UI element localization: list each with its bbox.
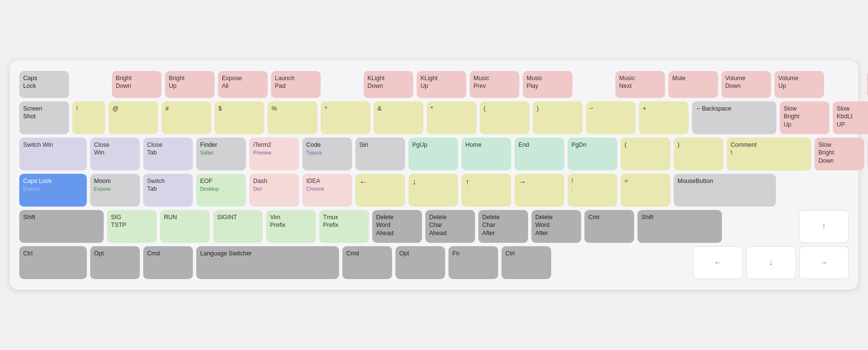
key-minus[interactable]: − xyxy=(586,101,636,134)
key-end[interactable]: End xyxy=(515,138,564,170)
key-lang-switch[interactable]: Language Switcher xyxy=(196,246,339,279)
key-excl2[interactable]: !: xyxy=(568,174,617,207)
key-slow-bright-down[interactable]: SlowBrightDown xyxy=(814,138,864,170)
key-arr-left[interactable]: ← xyxy=(693,246,743,279)
shift-row: Shift SIGTSTP RUN SIGINT VimPrefix TmuxP… xyxy=(19,210,849,243)
key-percent[interactable]: % xyxy=(268,101,317,134)
key-arrow-left[interactable]: ← xyxy=(355,174,405,207)
key-arr-down[interactable]: ↓ xyxy=(746,246,796,279)
key-caret[interactable]: ^ xyxy=(321,101,370,134)
key-music-next[interactable]: MusicNext xyxy=(615,71,665,98)
key-music-play[interactable]: MusicPlay xyxy=(523,71,572,98)
key-del-word-after[interactable]: DeleteWordAfter xyxy=(531,210,581,243)
key-volume-down[interactable]: VolumeDown xyxy=(721,71,771,98)
number-row: ScreenShot ! @ # $ % ^ & * ( ) − + ←Back… xyxy=(19,101,849,134)
key-music-prev[interactable]: MusicPrev xyxy=(470,71,519,98)
key-del-char-after[interactable]: DeleteCharAfter xyxy=(478,210,528,243)
key-star[interactable]: * xyxy=(427,101,476,134)
caps-row: Caps LockExpose MoomExpose SwitchTab EOF… xyxy=(19,174,849,207)
key-pgup[interactable]: PgUp xyxy=(408,138,458,170)
key-shift-r[interactable]: Shift xyxy=(637,210,722,243)
key-dash[interactable]: DashDict xyxy=(249,174,299,207)
key-cmd-l[interactable]: Cmd xyxy=(143,246,193,279)
key-slow-bright-up[interactable]: SlowBrightUp xyxy=(780,101,829,134)
key-dollar[interactable]: $ xyxy=(215,101,264,134)
key-pgdn[interactable]: PgDn xyxy=(568,138,617,170)
key-mousebtn[interactable]: MouseButton xyxy=(674,174,776,207)
key-close-win[interactable]: CloseWin xyxy=(90,138,140,170)
key-lparen2[interactable]: ( xyxy=(621,138,670,170)
key-eq[interactable]: = xyxy=(621,174,670,207)
key-excl[interactable]: ! xyxy=(72,101,105,134)
key-lparen[interactable]: ( xyxy=(480,101,529,134)
key-del-char-ahead[interactable]: DeleteCharAhead xyxy=(425,210,475,243)
key-hash[interactable]: # xyxy=(162,101,211,134)
key-vim-prefix[interactable]: VimPrefix xyxy=(266,210,316,243)
key-bright-up[interactable]: BrightUp xyxy=(165,71,215,98)
key-slow-kbdlt-up[interactable]: SlowKbdLtUP xyxy=(833,101,868,134)
key-comment[interactable]: Comment\ xyxy=(727,138,811,170)
key-bright-down[interactable]: BrightDown xyxy=(112,71,162,98)
key-ctrl-r[interactable]: Ctrl xyxy=(502,246,551,279)
key-mute[interactable]: Mute xyxy=(668,71,718,98)
key-screenshot[interactable]: ScreenShot xyxy=(19,101,69,134)
key-plus[interactable]: + xyxy=(639,101,689,134)
fn-row: CapsLock BrightDown BrightUp ExposeAll L… xyxy=(19,71,849,98)
key-shift-l[interactable]: Shift xyxy=(19,210,104,243)
key-caps-lock-fn[interactable]: CapsLock xyxy=(19,71,69,98)
key-iterm2[interactable]: iTerm2Preview xyxy=(249,138,299,170)
key-run[interactable]: RUN xyxy=(160,210,210,243)
key-idea[interactable]: IDEAChrome xyxy=(302,174,352,207)
key-rparen2[interactable]: ) xyxy=(674,138,723,170)
key-siri[interactable]: Siri xyxy=(355,138,405,170)
key-sig-tstp[interactable]: SIGTSTP xyxy=(107,210,157,243)
key-opt-l[interactable]: Opt xyxy=(90,246,140,279)
key-switch-win[interactable]: Switch Win xyxy=(19,138,87,170)
key-at[interactable]: @ xyxy=(108,101,158,134)
key-home[interactable]: Home xyxy=(461,138,511,170)
key-ctrl-l[interactable]: Ctrl xyxy=(19,246,87,279)
key-sigint[interactable]: SIGINT xyxy=(213,210,263,243)
key-klight-down[interactable]: KLightDown xyxy=(364,71,413,98)
key-volume-up[interactable]: VolumeUp xyxy=(774,71,824,98)
tab-row: Switch Win CloseWin CloseTab FinderSafar… xyxy=(19,138,849,170)
key-arr-up[interactable]: ↑ xyxy=(799,210,849,243)
key-close-tab[interactable]: CloseTab xyxy=(143,138,193,170)
key-cmd-r[interactable]: Cmd xyxy=(342,246,392,279)
key-expose-all[interactable]: ExposeAll xyxy=(218,71,268,98)
key-rparen[interactable]: ) xyxy=(533,101,583,134)
key-caps-lock[interactable]: Caps LockExpose xyxy=(19,174,87,207)
key-code[interactable]: CodeTypora xyxy=(302,138,352,170)
key-cmt[interactable]: Cmt xyxy=(584,210,634,243)
key-tmux-prefix[interactable]: TmuxPrefix xyxy=(319,210,369,243)
key-finder[interactable]: FinderSafari xyxy=(196,138,246,170)
key-moom[interactable]: MoomExpose xyxy=(90,174,140,207)
key-del-word-ahead[interactable]: DeleteWordAhead xyxy=(372,210,422,243)
ctrl-row: Ctrl Opt Cmd Language Switcher Cmd Opt F… xyxy=(19,246,849,279)
key-fn[interactable]: Fn xyxy=(448,246,498,279)
key-klight-up[interactable]: KLightUp xyxy=(417,71,466,98)
key-arrow-down[interactable]: ↓ xyxy=(408,174,458,207)
key-arrow-right[interactable]: → xyxy=(515,174,564,207)
key-opt-r[interactable]: Opt xyxy=(395,246,445,279)
key-launch-pad[interactable]: LaunchPad xyxy=(271,71,321,98)
key-arr-right[interactable]: → xyxy=(799,246,849,279)
key-amp[interactable]: & xyxy=(374,101,423,134)
key-arrow-up[interactable]: ↑ xyxy=(461,174,511,207)
key-eof[interactable]: EOFDesktop xyxy=(196,174,246,207)
keyboard: CapsLock BrightDown BrightUp ExposeAll L… xyxy=(10,60,858,290)
key-backspace[interactable]: ←Backspace xyxy=(692,101,776,134)
key-switch-tab[interactable]: SwitchTab xyxy=(143,174,193,207)
